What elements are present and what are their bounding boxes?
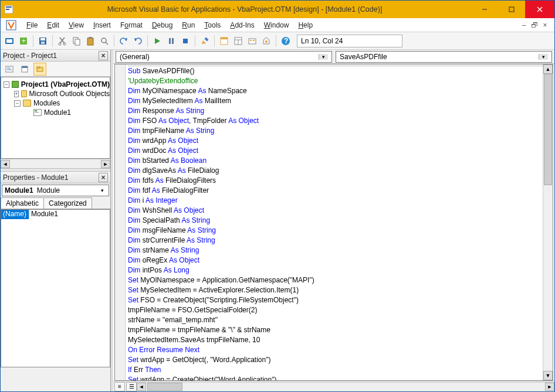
properties-panel-close[interactable]: × [99, 173, 108, 182]
menu-edit[interactable]: Edit [42, 20, 64, 30]
project-explorer-button[interactable] [218, 35, 231, 47]
menu-window[interactable]: Window [259, 20, 294, 30]
properties-window-button[interactable] [232, 35, 245, 47]
titlebar: Microsoft Visual Basic for Applications … [1, 1, 554, 18]
svg-rect-34 [253, 40, 255, 41]
indicator-margin[interactable] [115, 64, 126, 380]
scroll-down-icon[interactable]: ▼ [543, 371, 553, 380]
properties-panel-header: Properties - Module1 × [1, 172, 110, 183]
svg-rect-13 [40, 38, 45, 40]
svg-rect-2 [6, 9, 9, 10]
maximize-button[interactable] [498, 1, 525, 18]
menu-insert[interactable]: Insert [89, 20, 116, 30]
svg-point-21 [101, 38, 106, 43]
view-code-button[interactable] [3, 63, 16, 76]
menu-format[interactable]: Format [116, 20, 147, 30]
view-object-button[interactable] [18, 63, 31, 76]
project-panel-close[interactable]: × [99, 51, 108, 60]
vba-icon [5, 19, 17, 31]
scrollbar-thumb[interactable] [544, 74, 552, 185]
undo-button[interactable] [117, 35, 130, 47]
tree-project-root[interactable]: − Project1 (VbaProject.OTM) [1, 80, 110, 89]
collapse-icon[interactable]: − [14, 100, 21, 107]
properties-tabs: Alphabetic Categorized [1, 197, 110, 209]
project-hscrollbar[interactable]: ◄ ► [1, 159, 110, 168]
menu-run[interactable]: Run [177, 20, 199, 30]
folder-icon [23, 100, 31, 107]
scroll-up-icon[interactable]: ▲ [543, 64, 553, 74]
tree-module1[interactable]: Module1 [1, 108, 110, 117]
tree-outlook-objects[interactable]: + Microsoft Outlook Objects [1, 89, 110, 98]
menu-file[interactable]: File [22, 20, 42, 30]
svg-rect-24 [172, 38, 174, 44]
cut-button[interactable] [56, 35, 69, 47]
svg-rect-25 [183, 39, 188, 43]
reset-button[interactable] [179, 35, 192, 47]
chevron-down-icon[interactable]: ▾ [319, 54, 328, 60]
view-outlook-button[interactable] [3, 35, 16, 47]
tab-categorized[interactable]: Categorized [43, 197, 92, 209]
svg-text:?: ? [284, 37, 288, 45]
property-row-name[interactable]: (Name) Module1 [1, 210, 110, 219]
mdi-close-icon[interactable]: × [540, 21, 550, 29]
redo-button[interactable] [131, 35, 144, 47]
line-col-display [297, 35, 402, 47]
chevron-down-icon[interactable]: ▾ [98, 188, 106, 193]
scrollbar-track[interactable] [543, 74, 553, 371]
help-button[interactable]: ? [279, 35, 292, 47]
toolbox-button[interactable] [260, 35, 273, 47]
properties-object-combo[interactable]: Module1 Module ▾ [2, 185, 109, 196]
paste-button[interactable] [84, 35, 97, 47]
svg-rect-18 [75, 39, 80, 45]
property-value[interactable]: Module1 [29, 210, 110, 219]
insert-module-button[interactable]: + [17, 35, 30, 47]
left-column: Project - Project1 × − Project1 (VbaProj… [1, 50, 111, 391]
menu-addins[interactable]: Add-Ins [225, 20, 259, 30]
procedure-view-button[interactable]: ≡ [114, 382, 125, 391]
tree-modules-folder[interactable]: − Modules [1, 98, 110, 108]
menu-help[interactable]: Help [293, 20, 317, 30]
project-icon [12, 81, 19, 88]
object-browser-button[interactable] [246, 35, 259, 47]
save-button[interactable] [36, 35, 49, 47]
svg-rect-23 [169, 38, 171, 44]
svg-rect-28 [221, 38, 228, 39]
scroll-right-icon[interactable]: ► [101, 160, 110, 168]
menu-view[interactable]: View [64, 20, 89, 30]
mdi-restore-icon[interactable]: 🗗 [530, 21, 539, 29]
scroll-left-icon[interactable]: ◄ [137, 383, 146, 391]
run-button[interactable] [151, 35, 164, 47]
copy-button[interactable] [70, 35, 83, 47]
project-tree[interactable]: − Project1 (VbaProject.OTM) + Microsoft … [1, 77, 110, 159]
properties-grid[interactable]: (Name) Module1 [1, 209, 110, 367]
menu-tools[interactable]: Tools [199, 20, 225, 30]
vertical-scrollbar[interactable]: ▲ ▼ [543, 64, 553, 380]
mdi-controls: – 🗗 × [519, 21, 552, 29]
project-toolbar [1, 62, 110, 77]
code-editor[interactable]: Sub SaveAsPDFfile() 'UpdatebyExtendoffic… [126, 64, 543, 380]
close-button[interactable] [525, 1, 554, 18]
mdi-minimize-icon[interactable]: – [519, 21, 529, 29]
svg-rect-9 [6, 39, 12, 43]
expand-icon[interactable]: + [14, 91, 19, 97]
break-button[interactable] [165, 35, 178, 47]
code-hscrollbar[interactable]: ◄ ► [137, 382, 554, 391]
tab-alphabetic[interactable]: Alphabetic [1, 197, 44, 209]
minimize-button[interactable] [471, 1, 498, 18]
design-mode-button[interactable] [198, 35, 211, 47]
svg-rect-32 [249, 39, 256, 44]
chevron-down-icon[interactable]: ▾ [539, 54, 548, 60]
procedure-combo[interactable]: SaveAsPDFfile ▾ [336, 51, 552, 63]
svg-rect-1 [6, 6, 12, 8]
code-combo-row: (General) ▾ SaveAsPDFfile ▾ [113, 50, 554, 64]
menu-debug[interactable]: Debug [147, 20, 177, 30]
toggle-folders-button[interactable] [33, 63, 46, 76]
full-module-view-button[interactable]: ☰ [126, 382, 137, 391]
scroll-left-icon[interactable]: ◄ [1, 160, 10, 168]
svg-line-22 [106, 42, 108, 45]
scrollbar-thumb[interactable] [147, 383, 182, 391]
find-button[interactable] [98, 35, 111, 47]
collapse-icon[interactable]: − [4, 81, 9, 88]
object-combo[interactable]: (General) ▾ [116, 51, 332, 63]
scroll-right-icon[interactable]: ► [545, 383, 554, 391]
